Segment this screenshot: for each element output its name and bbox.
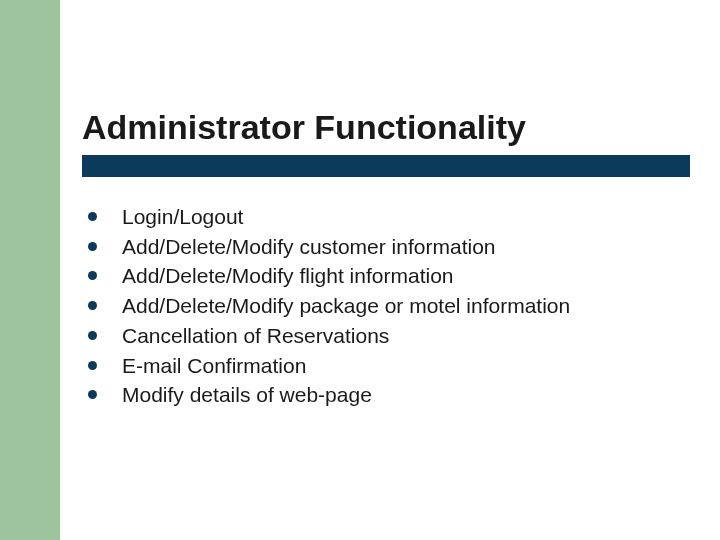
slide-title: Administrator Functionality: [82, 108, 690, 147]
list-item-text: Add/Delete/Modify customer information: [122, 235, 496, 258]
list-item: Modify details of web-page: [88, 381, 690, 409]
list-item-text: Add/Delete/Modify flight information: [122, 264, 454, 287]
list-item: Add/Delete/Modify package or motel infor…: [88, 292, 690, 320]
list-item-text: Cancellation of Reservations: [122, 324, 389, 347]
list-item-text: Modify details of web-page: [122, 383, 372, 406]
list-item-text: Add/Delete/Modify package or motel infor…: [122, 294, 570, 317]
list-item: Cancellation of Reservations: [88, 322, 690, 350]
list-item: E-mail Confirmation: [88, 352, 690, 380]
list-item-text: Login/Logout: [122, 205, 243, 228]
slide-content: Administrator Functionality Login/Logout…: [82, 108, 690, 411]
list-item: Add/Delete/Modify customer information: [88, 233, 690, 261]
title-underline-bar: [82, 155, 690, 177]
bullet-list: Login/Logout Add/Delete/Modify customer …: [82, 203, 690, 409]
list-item-text: E-mail Confirmation: [122, 354, 306, 377]
left-accent-band: [0, 0, 60, 540]
list-item: Login/Logout: [88, 203, 690, 231]
list-item: Add/Delete/Modify flight information: [88, 262, 690, 290]
